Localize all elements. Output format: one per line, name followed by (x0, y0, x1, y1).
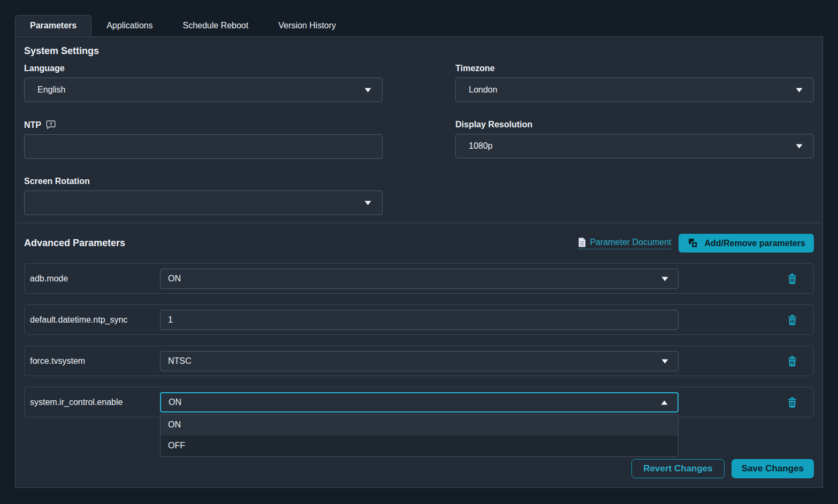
param-row-adb-mode: adb.mode ON (24, 263, 814, 294)
ntp-sync-input-wrap (160, 310, 679, 330)
tab-schedule-reboot[interactable]: Schedule Reboot (167, 15, 263, 36)
section-divider (17, 223, 821, 223)
copy-plus-icon (687, 238, 699, 249)
screen-rotation-label: Screen Rotation (24, 177, 383, 186)
language-select[interactable]: English (24, 78, 383, 102)
adb-mode-select[interactable]: ON (160, 269, 679, 289)
display-resolution-field: Display Resolution 1080p (455, 113, 814, 159)
chevron-down-icon (364, 85, 371, 95)
chevron-down-icon (661, 274, 668, 284)
delete-parameter-button[interactable] (786, 355, 798, 368)
dropdown-option-off[interactable]: OFF (161, 436, 678, 456)
parameter-document-label: Parameter Document (590, 238, 671, 247)
tvsystem-select-value: NTSC (168, 356, 192, 366)
language-label: Language (24, 64, 383, 73)
advanced-actions: Parameter Document Add/Remove parameters (578, 234, 814, 253)
language-select-value: English (37, 85, 65, 95)
param-row-ntp-sync: default.datetime.ntp_sync (24, 304, 814, 335)
language-field: Language English (24, 57, 383, 102)
trash-icon (787, 315, 797, 325)
param-name: system.ir_control.enable (30, 398, 160, 407)
tab-bar: Parameters Applications Schedule Reboot … (15, 15, 351, 36)
tab-version-history[interactable]: Version History (263, 15, 351, 36)
system-settings-title: System Settings (24, 45, 814, 57)
adb-mode-select-value: ON (168, 274, 181, 284)
chevron-down-icon (661, 356, 668, 366)
advanced-parameters-title: Advanced Parameters (24, 238, 125, 249)
chevron-down-icon (796, 85, 803, 95)
display-resolution-select[interactable]: 1080p (455, 134, 814, 158)
tab-parameters[interactable]: Parameters (15, 15, 92, 36)
ntp-label: NTP ? (24, 120, 383, 130)
param-name: default.datetime.ntp_sync (30, 315, 160, 325)
ntp-sync-input[interactable] (168, 315, 668, 325)
trash-icon (787, 397, 797, 408)
timezone-label: Timezone (455, 64, 814, 73)
document-icon (578, 238, 586, 247)
parameter-document-link[interactable]: Parameter Document (578, 238, 671, 249)
tvsystem-select[interactable]: NTSC (160, 351, 679, 371)
add-remove-parameters-button[interactable]: Add/Remove parameters (679, 234, 814, 253)
delete-parameter-button[interactable] (786, 272, 798, 285)
ir-control-select-value: ON (169, 398, 181, 407)
timezone-field: Timezone London (455, 57, 814, 102)
footer-actions: Revert Changes Save Changes (631, 459, 814, 478)
param-name: force.tvsystem (30, 356, 160, 366)
delete-parameter-button[interactable] (786, 396, 798, 409)
ir-control-dropdown-menu: ON OFF (160, 414, 679, 457)
chevron-down-icon (364, 198, 371, 208)
chevron-up-icon (661, 398, 668, 407)
param-name: adb.mode (30, 274, 160, 284)
svg-text:?: ? (49, 121, 52, 127)
ntp-field: NTP ? (24, 113, 383, 159)
trash-icon (787, 356, 797, 366)
help-tooltip-icon[interactable]: ? (45, 120, 56, 130)
ir-control-select[interactable]: ON ON OFF (160, 392, 679, 413)
timezone-select-value: London (469, 85, 497, 95)
revert-changes-button[interactable]: Revert Changes (631, 459, 724, 478)
system-settings-grid: Language English Timezone London (24, 57, 814, 215)
chevron-down-icon (796, 141, 803, 151)
param-row-ir-control: system.ir_control.enable ON ON OFF (24, 387, 814, 417)
trash-icon (787, 273, 797, 284)
add-remove-parameters-label: Add/Remove parameters (704, 239, 805, 248)
tab-applications[interactable]: Applications (92, 15, 167, 36)
parameters-panel: System Settings Language English Timezon… (15, 36, 823, 488)
timezone-select[interactable]: London (455, 78, 814, 102)
param-row-tvsystem: force.tvsystem NTSC (24, 346, 814, 376)
advanced-parameters-header: Advanced Parameters Parameter Document (24, 234, 814, 253)
dropdown-option-on[interactable]: ON (161, 415, 678, 436)
display-resolution-select-value: 1080p (469, 141, 493, 151)
screen-rotation-field: Screen Rotation (24, 170, 383, 215)
ntp-input[interactable] (24, 134, 383, 159)
save-changes-button[interactable]: Save Changes (732, 459, 814, 478)
display-resolution-label: Display Resolution (455, 120, 814, 129)
screen-rotation-select[interactable] (24, 190, 383, 215)
delete-parameter-button[interactable] (786, 314, 798, 326)
